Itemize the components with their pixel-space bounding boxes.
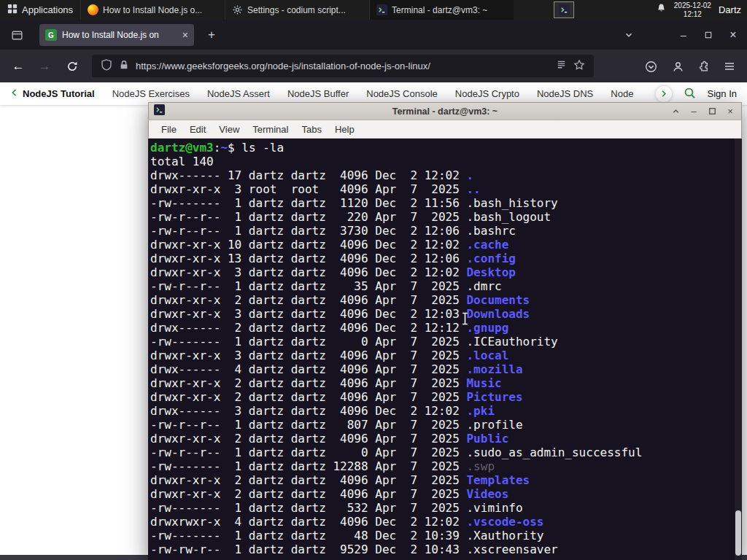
- taskbar-window-button[interactable]: Terminal - dartz@vm3: ~: [369, 0, 514, 20]
- desktop: Applications How to Install Node.js o...…: [0, 0, 747, 560]
- terminal-menu-view[interactable]: View: [212, 122, 246, 136]
- firefox-view-icon[interactable]: [7, 26, 26, 44]
- terminal-menu-terminal[interactable]: Terminal: [246, 122, 295, 136]
- browser-tab-bar: G How to Install Node.js on × + – ×: [0, 20, 747, 50]
- taskbar: Applications How to Install Node.js o...…: [0, 0, 747, 20]
- search-icon[interactable]: [684, 87, 696, 101]
- url-bar[interactable]: https://www.geeksforgeeks.org/node-js/in…: [92, 55, 594, 77]
- browser-toolbar: ← → https://www.geeksforgeeks.org/node-j…: [0, 50, 747, 82]
- terminal-line: drwxr-xr-x 3 dartz dartz 4096 Dec 2 12:0…: [150, 265, 742, 279]
- terminal-minimize-button[interactable]: –: [688, 106, 700, 117]
- terminal-line: drwxr-xr-x 2 dartz dartz 4096 Apr 7 2025…: [150, 390, 742, 404]
- site-nav-link[interactable]: NodeJS Exercises: [112, 88, 190, 99]
- terminal-line: -rw-rw-r-- 1 dartz dartz 9529 Dec 2 10:4…: [150, 542, 742, 556]
- terminal-line: drwxr-xr-x 2 dartz dartz 4096 Apr 7 2025…: [150, 473, 742, 487]
- terminal-menu-tabs[interactable]: Tabs: [295, 122, 328, 136]
- taskbar-window-button[interactable]: How to Install Node.js o...: [80, 0, 225, 20]
- new-tab-button[interactable]: +: [203, 26, 220, 44]
- clock: 2025-12-02 12:12: [674, 1, 711, 19]
- site-nav-link[interactable]: Node: [611, 88, 633, 99]
- prompt-colon: :: [214, 141, 221, 155]
- browser-close-button[interactable]: ×: [722, 25, 744, 44]
- terminal-menu-help[interactable]: Help: [328, 122, 361, 136]
- sign-in-button[interactable]: Sign In: [708, 88, 737, 99]
- terminal-menu-bar: FileEditViewTerminalTabsHelp: [148, 120, 742, 139]
- terminal-line: -rw-r--r-- 1 dartz dartz 0 Apr 7 2025 .s…: [150, 446, 742, 459]
- terminal-scrollbar-thumb[interactable]: [735, 510, 741, 556]
- terminal-window-controls: – ×: [670, 106, 736, 117]
- terminal-line: -rw------- 1 dartz dartz 0 Apr 7 2025 .I…: [150, 335, 742, 349]
- tray-terminal-icon[interactable]: [554, 1, 574, 18]
- terminal-line: drwxr-xr-x 3 dartz dartz 4096 Apr 7 2025…: [150, 349, 742, 362]
- terminal-menu-file[interactable]: File: [155, 122, 183, 136]
- site-favicon: G: [45, 29, 57, 41]
- notification-bell-icon[interactable]: [656, 3, 667, 17]
- terminal-line: -rw------- 1 dartz dartz 1120 Dec 2 11:5…: [150, 196, 742, 210]
- terminal-title-bar[interactable]: Terminal - dartz@vm3: ~ – ×: [148, 102, 742, 120]
- taskbar-window-button[interactable]: Settings - codium script...: [225, 0, 369, 20]
- terminal-menu-edit[interactable]: Edit: [183, 122, 212, 136]
- user-label: Dartz: [719, 4, 741, 15]
- browser-tab[interactable]: G How to Install Node.js on ×: [39, 24, 194, 46]
- prompt-command: ls -la: [241, 141, 284, 155]
- terminal-line: -rw-r--r-- 1 dartz dartz 35 Apr 7 2025 .…: [150, 279, 742, 293]
- tab-title: How to Install Node.js on: [62, 30, 177, 40]
- terminal-line: drwxr-xr-x 2 dartz dartz 4096 Apr 7 2025…: [150, 293, 742, 307]
- terminal-prompt-line: dartz@vm3:~$ ls -la: [150, 141, 742, 155]
- taskbar-window-title: Settings - codium script...: [247, 5, 346, 15]
- pocket-icon[interactable]: [640, 55, 662, 77]
- terminal-window: Terminal - dartz@vm3: ~ – × FileEditView…: [148, 102, 742, 560]
- settings-icon: [231, 4, 243, 16]
- hamburger-menu-icon[interactable]: [719, 55, 740, 77]
- terminal-line: drwx------ 3 dartz dartz 4096 Dec 2 12:0…: [150, 404, 742, 418]
- terminal-line: drwx------ 17 dartz dartz 4096 Dec 2 12:…: [150, 168, 742, 182]
- terminal-shade-icon[interactable]: [670, 106, 681, 117]
- extensions-puzzle-icon[interactable]: [692, 55, 714, 77]
- terminal-line: drwxr-xr-x 2 dartz dartz 4096 Apr 7 2025…: [150, 432, 742, 446]
- taskbar-windows: How to Install Node.js o...Settings - co…: [80, 0, 514, 20]
- terminal-line: -rw-r--r-- 1 dartz dartz 3730 Dec 2 12:0…: [150, 224, 742, 238]
- site-nav-link[interactable]: NodeJS Buffer: [287, 88, 349, 99]
- firefox-icon: [87, 4, 98, 16]
- site-nav-link[interactable]: NodeJS Console: [366, 88, 438, 99]
- list-tabs-chevron-icon[interactable]: [620, 27, 638, 43]
- browser-maximize-button[interactable]: [697, 25, 719, 44]
- terminal-line: -rw------- 1 dartz dartz 12288 Apr 7 202…: [150, 459, 742, 473]
- taskbar-status-area: 2025-12-02 12:12 Dartz: [656, 0, 747, 20]
- bookmark-star-icon[interactable]: [573, 59, 585, 74]
- forward-button[interactable]: →: [34, 55, 55, 77]
- tab-close-icon[interactable]: ×: [182, 29, 188, 41]
- terminal-close-button[interactable]: ×: [724, 106, 736, 117]
- terminal-total-line: total 140: [150, 155, 742, 168]
- site-nav-back-label: NodeJS Tutorial: [23, 88, 95, 99]
- account-icon[interactable]: [667, 55, 689, 77]
- terminal-listing: drwx------ 17 dartz dartz 4096 Dec 2 12:…: [150, 168, 742, 556]
- terminal-line: drwxrwxr-x 4 dartz dartz 4096 Dec 2 12:0…: [150, 515, 742, 529]
- site-nav-link[interactable]: NodeJS Crypto: [455, 88, 519, 99]
- applications-menu-button[interactable]: Applications: [0, 0, 80, 20]
- terminal-scrollbar[interactable]: [735, 139, 742, 560]
- terminal-line: drwxr-xr-x 2 dartz dartz 4096 Apr 7 2025…: [150, 487, 742, 501]
- terminal-line: drwxr-xr-x 3 dartz dartz 4096 Dec 2 12:0…: [150, 307, 742, 321]
- applications-label: Applications: [22, 4, 73, 15]
- browser-minimize-button[interactable]: –: [673, 25, 694, 44]
- prompt-path: ~: [220, 141, 228, 155]
- terminal-line: -rw------- 1 dartz dartz 532 Apr 7 2025 …: [150, 501, 742, 515]
- terminal-icon: [376, 4, 387, 16]
- terminal-maximize-button[interactable]: [706, 106, 718, 117]
- tracking-shield-icon[interactable]: [101, 59, 112, 74]
- applications-icon: [7, 4, 18, 16]
- reload-button[interactable]: [61, 55, 83, 77]
- reader-view-icon[interactable]: [556, 59, 567, 73]
- text-cursor: [461, 312, 469, 328]
- clock-time: 12:12: [674, 10, 711, 19]
- site-nav-link[interactable]: NodeJS DNS: [537, 88, 593, 99]
- terminal-screen[interactable]: dartz@vm3:~$ ls -la total 140 drwx------…: [148, 139, 742, 560]
- terminal-line: -rw-r--r-- 1 dartz dartz 807 Apr 7 2025 …: [150, 418, 742, 432]
- site-nav-link[interactable]: NodeJS Assert: [207, 88, 270, 99]
- site-nav-back-link[interactable]: NodeJS Tutorial: [10, 88, 95, 99]
- chevron-right-icon[interactable]: [656, 86, 672, 102]
- back-button[interactable]: ←: [7, 55, 29, 77]
- clock-date: 2025-12-02: [674, 1, 711, 10]
- lock-icon[interactable]: [119, 60, 129, 73]
